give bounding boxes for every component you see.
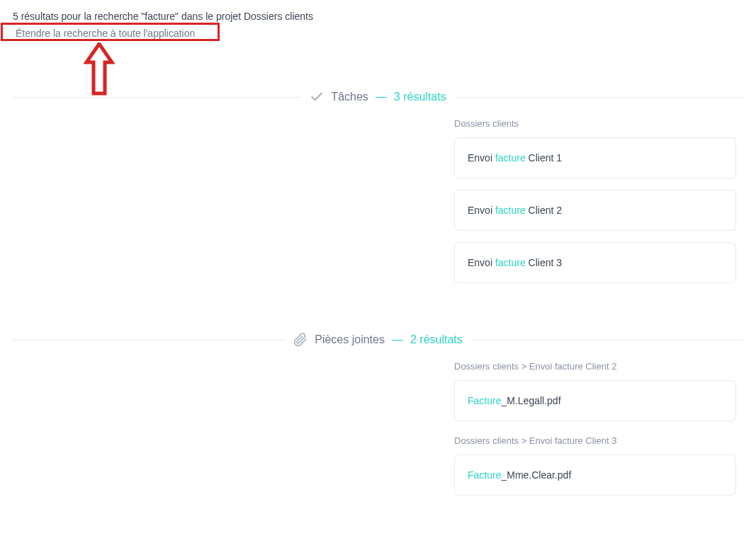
task-result-card[interactable]: Envoi facture Client 2 bbox=[454, 190, 736, 231]
task-highlight: facture bbox=[495, 205, 526, 216]
attachment-group: Dossiers clients > Envoi facture Client … bbox=[454, 435, 736, 496]
tasks-group-label: Dossiers clients bbox=[454, 118, 736, 129]
tasks-results-area: Dossiers clients Envoi facture Client 1 … bbox=[454, 118, 736, 283]
task-highlight: facture bbox=[495, 152, 526, 164]
tasks-section: Tâches — 3 résultats Dossiers clients En… bbox=[13, 90, 743, 283]
task-prefix: Envoi bbox=[468, 205, 495, 216]
divider-line-right bbox=[455, 97, 743, 98]
summary-prefix: 5 résultats pour la recherche bbox=[13, 11, 141, 22]
tasks-title: Tâches bbox=[331, 91, 368, 103]
attachment-breadcrumb: Dossiers clients > Envoi facture Client … bbox=[454, 361, 736, 372]
paperclip-icon bbox=[293, 333, 308, 347]
task-result-card[interactable]: Envoi facture Client 1 bbox=[454, 137, 736, 178]
summary-quoted: "facture" bbox=[141, 11, 179, 22]
attachments-section-divider: Pièces jointes — 2 résultats bbox=[13, 333, 743, 347]
checkmark-icon bbox=[310, 90, 324, 104]
attachments-dash: — bbox=[392, 333, 403, 346]
divider-line-left bbox=[13, 340, 285, 340]
attachment-result-card[interactable]: Facture_Mme.Clear.pdf bbox=[454, 454, 736, 496]
attachments-count: 2 résultats bbox=[410, 333, 463, 346]
divider-line-left bbox=[13, 97, 301, 98]
task-suffix: Client 1 bbox=[526, 152, 562, 164]
expand-search-label: Étendre la recherche à toute l'applicati… bbox=[16, 28, 195, 39]
tasks-count: 3 résultats bbox=[394, 91, 446, 103]
attachment-suffix: _Mme.Clear.pdf bbox=[501, 469, 571, 481]
attachment-highlight: Facture bbox=[468, 395, 501, 406]
tasks-dash: — bbox=[376, 91, 387, 103]
summary-project: Dossiers clients bbox=[244, 11, 313, 22]
summary-middle: dans le projet bbox=[179, 11, 244, 22]
task-suffix: Client 2 bbox=[526, 205, 562, 216]
attachments-divider-label: Pièces jointes — 2 résultats bbox=[293, 333, 463, 347]
attachments-title: Pièces jointes bbox=[315, 333, 385, 346]
attachment-group: Dossiers clients > Envoi facture Client … bbox=[454, 361, 736, 421]
search-results-summary: 5 résultats pour la recherche "facture" … bbox=[13, 11, 743, 22]
task-prefix: Envoi bbox=[468, 257, 495, 268]
attachment-suffix: _M.Legall.pdf bbox=[501, 395, 560, 406]
expand-search-link[interactable]: Étendre la recherche à toute l'applicati… bbox=[13, 26, 198, 40]
task-result-card[interactable]: Envoi facture Client 3 bbox=[454, 242, 736, 283]
tasks-section-divider: Tâches — 3 résultats bbox=[13, 90, 743, 104]
attachments-results-area: Dossiers clients > Envoi facture Client … bbox=[454, 361, 736, 496]
divider-line-right bbox=[471, 340, 743, 340]
task-suffix: Client 3 bbox=[526, 257, 562, 268]
attachments-section: Pièces jointes — 2 résultats Dossiers cl… bbox=[13, 333, 743, 496]
task-prefix: Envoi bbox=[468, 152, 495, 164]
tasks-divider-label: Tâches — 3 résultats bbox=[310, 90, 446, 104]
task-highlight: facture bbox=[495, 257, 526, 268]
attachment-breadcrumb: Dossiers clients > Envoi facture Client … bbox=[454, 435, 736, 446]
attachment-highlight: Facture bbox=[468, 469, 501, 481]
attachment-result-card[interactable]: Facture_M.Legall.pdf bbox=[454, 380, 736, 421]
